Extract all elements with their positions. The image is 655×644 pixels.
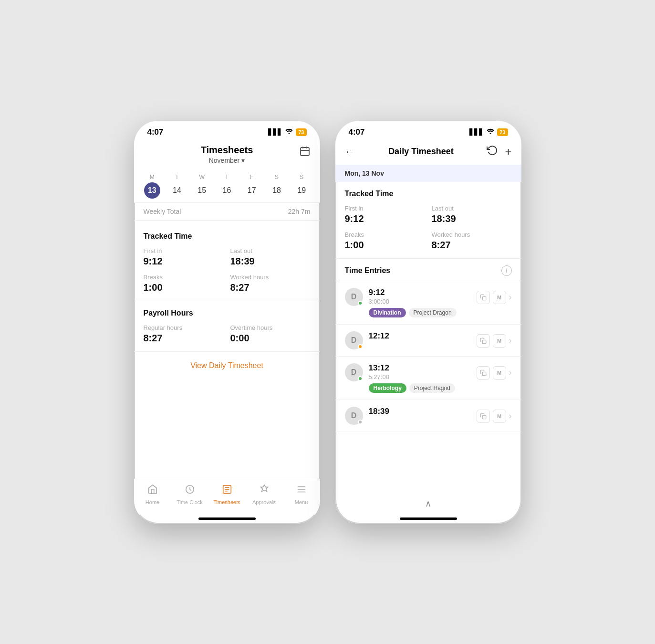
- chevron-right-2[interactable]: ›: [509, 336, 512, 346]
- entry-info-2: 12:12: [369, 331, 471, 341]
- entry-avatar-1: D: [345, 288, 363, 306]
- add-entry-button[interactable]: +: [505, 145, 511, 158]
- breaks-stat-right: Breaks 1:00: [345, 231, 425, 251]
- daily-header: ← Daily Timesheet +: [335, 141, 521, 165]
- copy-icon-1[interactable]: [477, 291, 490, 304]
- wifi-icon: [285, 128, 293, 136]
- approvals-icon: [259, 484, 270, 497]
- nav-approvals-label: Approvals: [252, 499, 276, 505]
- m-icon-1[interactable]: M: [493, 291, 506, 304]
- info-icon-btn[interactable]: i: [501, 265, 512, 276]
- project-hagrid: Project Hagrid: [409, 383, 455, 393]
- status-time-right: 4:07: [349, 127, 365, 137]
- day-cell-fri[interactable]: F 17: [244, 174, 260, 199]
- nav-home-label: Home: [146, 499, 159, 505]
- svg-rect-14: [482, 372, 486, 376]
- entry-dot-3: [358, 376, 363, 381]
- payroll-title: Payroll Hours: [144, 309, 311, 317]
- date-banner: Mon, 13 Nov: [335, 165, 521, 182]
- tracked-title-right: Tracked Time: [345, 190, 512, 198]
- menu-icon: [296, 484, 307, 497]
- day-cell-sat[interactable]: S 18: [269, 174, 285, 199]
- daily-title: Daily Timesheet: [388, 147, 454, 157]
- entry-dot-4: [358, 420, 363, 424]
- entry-dot-1: [358, 301, 363, 306]
- signal-icon-right: ▋▋▋: [469, 128, 484, 136]
- chevron-right-4[interactable]: ›: [509, 411, 512, 421]
- chevron-right-1[interactable]: ›: [509, 292, 512, 302]
- chevron-right-3[interactable]: ›: [509, 368, 512, 378]
- app-header: Timesheets November ▾: [134, 141, 320, 170]
- entry-actions-1: M ›: [477, 291, 512, 304]
- entry-avatar-2: D: [345, 331, 363, 349]
- collapse-btn[interactable]: ∧: [425, 498, 431, 509]
- nav-timesheets[interactable]: Timesheets: [213, 484, 241, 505]
- home-icon: [147, 484, 158, 497]
- first-in-stat: First in 9:12: [144, 247, 224, 267]
- home-indicator-right: [400, 517, 457, 520]
- svg-rect-13: [482, 340, 486, 344]
- tag-herbology: Herbology: [369, 383, 406, 393]
- timesheets-icon: [222, 484, 232, 497]
- weekly-total-label: Weekly Total: [144, 208, 181, 215]
- worked-hours-stat: Worked hours 8:27: [230, 274, 311, 293]
- nav-timeclock-label: Time Clock: [177, 499, 203, 505]
- copy-icon-4[interactable]: [477, 410, 490, 423]
- view-daily-btn[interactable]: View Daily Timesheet: [134, 352, 320, 380]
- tracked-time-section-right: Tracked Time First in 9:12 Last out 18:3…: [335, 182, 521, 259]
- nav-home[interactable]: Home: [138, 484, 167, 505]
- breaks-stat: Breaks 1:00: [144, 274, 224, 293]
- project-dragon: Project Dragon: [409, 308, 457, 317]
- m-icon-2[interactable]: M: [493, 334, 506, 348]
- entry-avatar-4: D: [345, 407, 363, 425]
- payroll-stats-grid: Regular hours 8:27 Overtime hours 0:00: [144, 324, 311, 344]
- battery-badge-left: 73: [296, 128, 306, 136]
- entry-info-4: 18:39: [369, 407, 471, 416]
- history-icon-btn[interactable]: [487, 145, 498, 159]
- nav-timesheets-label: Timesheets: [213, 499, 240, 505]
- left-phone: 4:07 ▋▋▋ 73 Timesheets November ▾ M 13: [134, 121, 320, 524]
- bottom-nav-left: Home Time Clock Timesheets Approvals Men…: [134, 479, 320, 515]
- day-cell-mon[interactable]: M 13: [144, 174, 160, 199]
- screen-content-left: Timesheets November ▾ M 13 T 14 W 15: [134, 141, 320, 479]
- timeclock-icon: [185, 484, 195, 497]
- tracked-stats-grid-right: First in 9:12 Last out 18:39 Breaks 1:00…: [345, 205, 512, 251]
- collapse-bar: ∧: [335, 493, 521, 515]
- time-entry-4[interactable]: D 18:39 M ›: [335, 400, 521, 432]
- calendar-icon-btn[interactable]: [299, 146, 311, 160]
- time-entry-2[interactable]: D 12:12 M ›: [335, 325, 521, 357]
- tracked-stats-grid: First in 9:12 Last out 18:39 Breaks 1:00…: [144, 247, 311, 293]
- tag-divination: Divination: [369, 308, 406, 317]
- entry-avatar-3: D: [345, 363, 363, 381]
- svg-rect-0: [301, 148, 309, 156]
- nav-timeclock[interactable]: Time Clock: [176, 484, 204, 505]
- svg-rect-15: [482, 415, 486, 419]
- nav-menu-label: Menu: [295, 499, 308, 505]
- back-button[interactable]: ←: [345, 146, 355, 158]
- time-entry-3[interactable]: D 13:12 5:27:00 Herbology Project Hagrid…: [335, 357, 521, 400]
- tracked-time-title: Tracked Time: [144, 232, 311, 241]
- battery-badge-right: 73: [497, 128, 508, 136]
- day-cell-wed[interactable]: W 15: [194, 174, 210, 199]
- entry-info-1: 9:12 3:00:00 Divination Project Dragon: [369, 288, 471, 317]
- day-cell-thu[interactable]: T 16: [218, 174, 235, 199]
- copy-icon-3[interactable]: [477, 366, 490, 380]
- nav-approvals[interactable]: Approvals: [250, 484, 279, 505]
- m-icon-3[interactable]: M: [493, 366, 506, 380]
- day-cell-tue[interactable]: T 14: [169, 174, 185, 199]
- copy-icon-2[interactable]: [477, 334, 490, 348]
- weekly-total-value: 22h 7m: [288, 208, 311, 215]
- app-title: Timesheets: [144, 145, 311, 156]
- overtime-hours-stat: Overtime hours 0:00: [230, 324, 311, 344]
- screen-content-right: ← Daily Timesheet + Mon, 13 Nov Tracked …: [335, 141, 521, 515]
- app-subtitle: November ▾: [144, 157, 311, 164]
- first-in-stat-right: First in 9:12: [345, 205, 425, 224]
- m-icon-4[interactable]: M: [493, 410, 506, 423]
- home-indicator-left: [198, 517, 256, 520]
- right-phone: 4:07 ▋▋▋ 73 ← Daily Timesheet + Mon, 13 …: [335, 121, 521, 524]
- nav-menu[interactable]: Menu: [287, 484, 316, 505]
- status-bar-right: 4:07 ▋▋▋ 73: [335, 121, 521, 141]
- day-cell-sun[interactable]: S 19: [293, 174, 310, 199]
- weekly-total-row: Weekly Total 22h 7m: [134, 202, 320, 221]
- time-entry-1[interactable]: D 9:12 3:00:00 Divination Project Dragon…: [335, 281, 521, 325]
